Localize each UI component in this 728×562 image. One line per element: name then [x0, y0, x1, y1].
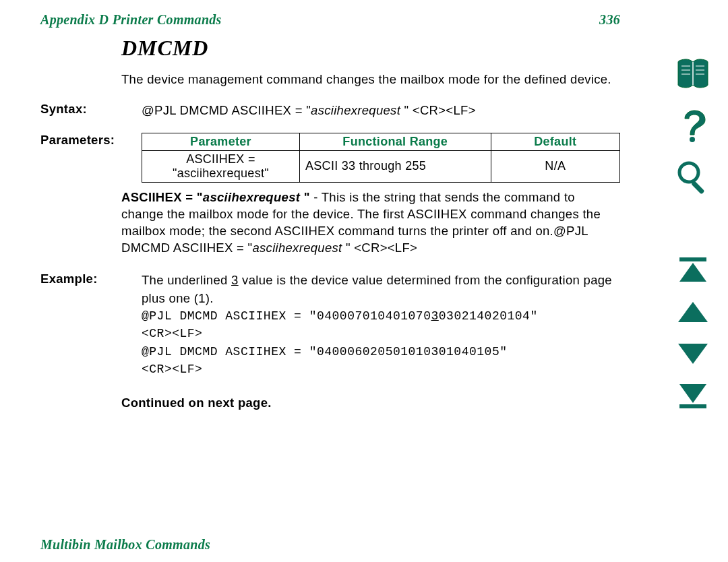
- parameter-description: ASCIIHEX = "asciihexrequest " - This is …: [40, 189, 620, 257]
- example-label: Example:: [40, 272, 142, 378]
- desc-italic-mid: asciihexrequest: [252, 241, 345, 255]
- intro-text: The device management command changes th…: [40, 71, 620, 88]
- search-icon[interactable]: [675, 159, 710, 194]
- help-icon[interactable]: [675, 108, 710, 143]
- example-line1a: @PJL DMCMD ASCIIHEX = "040007010401070: [142, 309, 431, 323]
- desc-bold-prefix: ASCIIHEX = ": [121, 190, 203, 204]
- syntax-italic: asciihexrequest: [311, 103, 404, 117]
- syntax-prefix: @PJL DMCMD ASCIIHEX = ": [142, 103, 311, 117]
- example-intro-a: The underlined: [142, 273, 231, 287]
- col-default: Default: [491, 133, 619, 150]
- svg-point-1: [679, 163, 698, 182]
- footer-text: Multibin Mailbox Commands: [40, 537, 210, 553]
- desc-bold-italic: asciihexrequest: [203, 190, 304, 204]
- page-number: 336: [599, 12, 620, 28]
- col-parameter: Parameter: [142, 133, 300, 150]
- example-intro-underline: 3: [231, 273, 239, 287]
- svg-rect-2: [691, 181, 705, 194]
- parameters-label: Parameters:: [40, 133, 142, 183]
- svg-point-0: [690, 137, 695, 142]
- nav-sidebar: [673, 57, 713, 410]
- svg-marker-4: [679, 263, 706, 282]
- next-page-icon[interactable]: [675, 341, 710, 365]
- cell-parameter: ASCIIHEX = "asciihexrequest": [142, 150, 300, 182]
- svg-marker-6: [678, 344, 708, 364]
- syntax-suffix: " <CR><LF>: [404, 103, 476, 117]
- example-line1-u: 3: [431, 309, 438, 323]
- cell-default: N/A: [491, 150, 619, 182]
- syntax-value: @PJL DMCMD ASCIIHEX = "asciihexrequest "…: [142, 102, 620, 119]
- parameters-table: Parameter Functional Range Default ASCII…: [142, 133, 620, 183]
- cell-range: ASCII 33 through 255: [299, 150, 491, 182]
- example-line1b: 030214020104": [439, 309, 538, 323]
- svg-marker-7: [679, 384, 706, 403]
- svg-rect-3: [679, 257, 706, 261]
- desc-bold-suffix: ": [304, 190, 310, 204]
- syntax-label: Syntax:: [40, 102, 142, 119]
- svg-rect-8: [679, 404, 706, 408]
- header-left: Appendix D Printer Commands: [40, 12, 222, 28]
- first-page-icon[interactable]: [675, 256, 710, 284]
- example-line2: @PJL DMCMD ASCIIHEX = "04000602050101030…: [142, 343, 620, 361]
- table-row: ASCIIHEX = "asciihexrequest" ASCII 33 th…: [142, 150, 620, 182]
- last-page-icon[interactable]: [675, 381, 710, 410]
- example-value: The underlined 3 value is the device val…: [142, 272, 620, 378]
- table-header-row: Parameter Functional Range Default: [142, 133, 620, 150]
- book-icon[interactable]: [675, 57, 710, 92]
- page-title: DMCMD: [121, 36, 620, 61]
- svg-marker-5: [678, 302, 708, 322]
- example-crlf1: <CR><LF>: [142, 325, 620, 342]
- desc-text2: " <CR><LF>: [346, 241, 417, 255]
- example-crlf2: <CR><LF>: [142, 361, 620, 378]
- col-range: Functional Range: [299, 133, 491, 150]
- prev-page-icon[interactable]: [675, 301, 710, 325]
- continued-note: Continued on next page.: [40, 396, 620, 410]
